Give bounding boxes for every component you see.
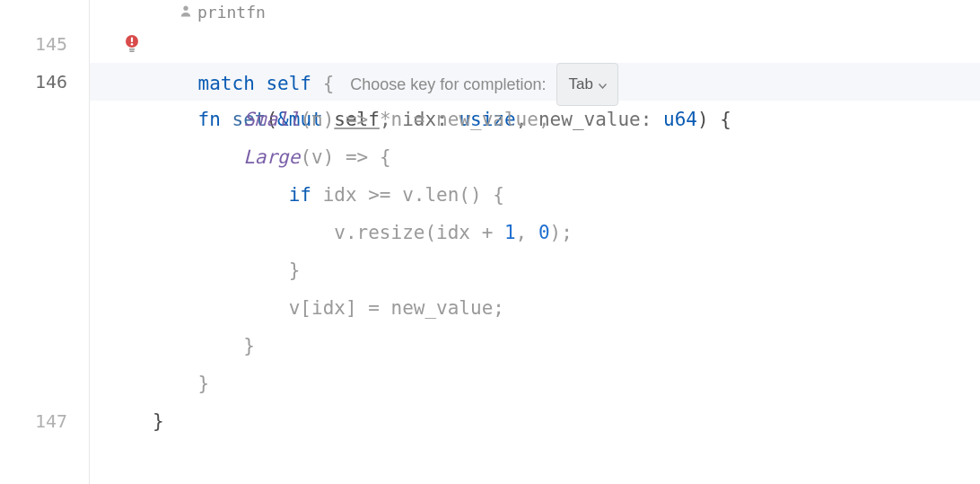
code-line-146[interactable]: match self {Choose key for completion:Ta…	[90, 63, 980, 101]
keyword-match: match	[198, 73, 267, 94]
line-number-gutter: 145 146 147	[0, 0, 90, 484]
enum-variant-small: Small	[243, 109, 300, 130]
completion-hint: Choose key for completion:Tab	[350, 63, 618, 106]
number-literal: 0	[538, 222, 550, 243]
code-line-suggestion[interactable]: if idx >= v.len() {	[90, 176, 980, 214]
code-line-suggestion[interactable]: }	[90, 365, 980, 402]
chevron-down-icon	[599, 66, 607, 103]
code-line-suggestion[interactable]: }	[90, 251, 980, 289]
code-line-suggestion[interactable]: v.resize(idx + 1, 0);	[90, 214, 980, 251]
completion-key-dropdown[interactable]: Tab	[556, 63, 617, 106]
svg-point-3	[131, 43, 134, 46]
author-inlay: printfn	[90, 0, 980, 25]
line-number-current: 146	[0, 63, 67, 101]
svg-point-0	[183, 6, 188, 11]
code-line-suggestion[interactable]: }	[90, 327, 980, 365]
line-number: 145	[0, 25, 67, 63]
code-editor[interactable]: printfn fn set(&mut self, idx: usize, ne…	[90, 0, 980, 484]
intention-bulb[interactable]	[124, 25, 140, 63]
line-number: 147	[0, 402, 67, 440]
svg-rect-5	[130, 50, 135, 52]
svg-rect-2	[131, 38, 133, 43]
keyword-if: if	[289, 184, 323, 206]
code-line-145[interactable]: fn set(&mut self, idx: usize, new_value:…	[90, 25, 980, 63]
code-line-suggestion[interactable]: v[idx] = new_value;	[90, 289, 980, 327]
keyword-self: self	[266, 73, 311, 94]
completion-hint-text: Choose key for completion:	[350, 66, 546, 103]
person-icon	[179, 0, 192, 24]
code-line-147[interactable]: }	[90, 402, 980, 440]
svg-rect-4	[129, 48, 135, 50]
code-line-suggestion[interactable]: Small(n) => *n = new_value,	[90, 101, 980, 138]
enum-variant-large: Large	[243, 146, 300, 168]
author-name: printfn	[197, 3, 266, 22]
completion-key-label: Tab	[568, 66, 592, 103]
code-line-suggestion[interactable]: Large(v) => {	[90, 138, 980, 176]
number-literal: 1	[504, 222, 516, 243]
